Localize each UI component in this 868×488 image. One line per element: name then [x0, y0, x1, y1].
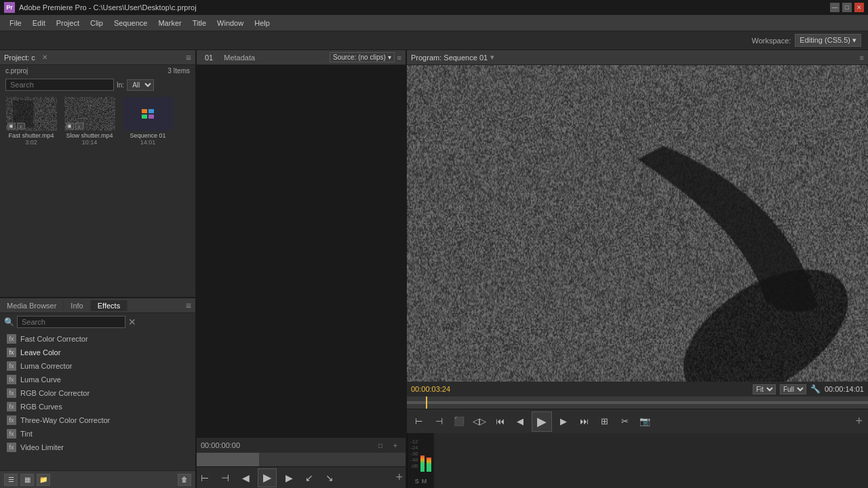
source-set-in-btn[interactable]: ⊢	[197, 470, 213, 486]
menu-window[interactable]: Window	[212, 18, 249, 28]
program-monitor-controls: ⊢ ⊣ ⬛ ◁▷ ⏮ ◀ ▶ ▶ ⏭ ⊞ ✂ 📷 +	[407, 409, 868, 433]
prog-add-button[interactable]: +	[855, 414, 865, 428]
menu-help[interactable]: Help	[249, 18, 275, 28]
effect-fast-color-corrector[interactable]: fx Fast Color Corrector	[0, 332, 195, 346]
clip-item-fast-shutter[interactable]: ▣ ♪ Fast shutter.mp4 3:02	[4, 97, 58, 293]
effect-luma-corrector[interactable]: fx Luma Corrector	[0, 359, 195, 373]
prog-set-in-btn[interactable]: ⊢	[410, 413, 427, 430]
effect-luma-curve[interactable]: fx Luma Curve	[0, 373, 195, 386]
prog-extract-btn[interactable]: ◁▷	[471, 413, 488, 430]
tab-effects[interactable]: Effects	[91, 300, 127, 311]
menu-sequence[interactable]: Sequence	[108, 18, 153, 28]
tab-media-browser[interactable]: Media Browser	[0, 300, 64, 311]
program-monitor-playbar[interactable]	[407, 396, 868, 409]
source-overwrite-btn[interactable]: ↘	[321, 470, 338, 486]
vol-mute-btn[interactable]: M	[422, 478, 427, 485]
video-icon-2: ▣	[66, 123, 74, 129]
prog-lift-btn[interactable]: ⬛	[450, 413, 468, 430]
prog-prev-btn[interactable]: ⏮	[491, 413, 509, 430]
menu-project[interactable]: Project	[51, 18, 85, 28]
program-monitor-panel: Program: Sequence 01 ▾ ≡ 00:00:03:24 Fit…	[407, 50, 868, 488]
prog-step-back-btn[interactable]: ◀	[511, 413, 529, 430]
effect-icon-9: fx	[7, 443, 16, 452]
effect-tint[interactable]: fx Tint	[0, 427, 195, 441]
minimize-button[interactable]: —	[830, 3, 840, 12]
prog-next-btn[interactable]: ⏭	[575, 413, 593, 430]
menu-marker[interactable]: Marker	[153, 18, 186, 28]
effects-search-clear[interactable]: ✕	[128, 317, 136, 327]
effects-delete-btn[interactable]: 🗑	[178, 474, 191, 486]
source-insert-btn[interactable]: ↙	[301, 470, 317, 486]
prog-split-btn[interactable]: ✂	[616, 413, 633, 430]
prog-camera-btn[interactable]: 📷	[636, 413, 654, 430]
effect-rgb-color-corrector[interactable]: fx RGB Color Corrector	[0, 386, 195, 400]
program-monitor-timecode: 00:00:03:24 Fit Full 🔧 00:00:14:01	[407, 382, 868, 396]
prog-play-button[interactable]: ▶	[532, 411, 552, 432]
effects-search-input[interactable]	[17, 316, 125, 328]
close-button[interactable]: ✕	[854, 3, 864, 12]
project-panel-menu[interactable]: ≡	[186, 52, 191, 63]
vol-tick-minus12: -12	[410, 439, 418, 445]
project-panel-close[interactable]: ✕	[42, 54, 47, 61]
effect-leave-color[interactable]: fx Leave Color	[0, 346, 195, 359]
menu-file[interactable]: File	[4, 18, 27, 28]
project-thumbnails: ▣ ♪ Fast shutter.mp4 3:02 ▣ ♪	[0, 93, 195, 297]
clip-duration-slow-shutter: 10:14	[82, 139, 98, 146]
clip-item-slow-shutter[interactable]: ▣ ♪ Slow shutter.mp4 10:14	[62, 97, 117, 293]
prog-set-out-btn[interactable]: ⊣	[430, 413, 448, 430]
source-play-button[interactable]: ▶	[258, 468, 277, 487]
menu-edit[interactable]: Edit	[27, 18, 51, 28]
program-quality-select[interactable]: Full	[780, 384, 806, 394]
window-controls[interactable]: — □ ✕	[830, 3, 864, 12]
effects-panel: Media Browser Info Effects ≡ 🔍 ✕ fx Fast…	[0, 298, 195, 488]
source-monitor-playbar[interactable]	[197, 453, 406, 466]
source-tc-icon-frame[interactable]: □	[374, 440, 387, 451]
wrench-icon[interactable]: 🔧	[810, 384, 821, 394]
project-search-input[interactable]	[5, 79, 114, 91]
maximize-button[interactable]: □	[842, 3, 852, 12]
clip-thumbnail-slow-shutter: ▣ ♪	[64, 97, 115, 131]
source-no-clips-dropdown[interactable]: Source: (no clips) ▾	[330, 52, 395, 62]
effects-new-bin-btn[interactable]: 📁	[37, 474, 50, 486]
clip-item-sequence01[interactable]: Sequence 01 14:01	[121, 97, 175, 293]
source-set-out-btn[interactable]: ⊣	[217, 470, 233, 486]
source-playbar-progress	[197, 453, 259, 466]
source-monitor-menu[interactable]: ≡	[397, 54, 401, 62]
vol-tick-minus48: -48	[410, 457, 418, 463]
vol-bar-right	[427, 458, 431, 472]
program-monitor-dropdown[interactable]: ▾	[490, 53, 494, 62]
effects-panel-menu[interactable]: ≡	[186, 300, 195, 311]
menu-clip[interactable]: Clip	[85, 18, 108, 28]
workspace-selector[interactable]: Editing (CS5.5) ▾	[795, 34, 861, 47]
effects-list-view-btn[interactable]: ☰	[4, 474, 18, 486]
menu-title[interactable]: Title	[187, 18, 212, 28]
vol-solo-btn[interactable]: S	[415, 478, 419, 485]
effects-tabs: Media Browser Info Effects ≡	[0, 298, 195, 313]
project-info: c.prproj 3 Items	[0, 65, 195, 77]
source-prev-frame-btn[interactable]: ◀	[237, 470, 254, 486]
effects-icon-view-btn[interactable]: ▦	[20, 474, 34, 486]
prog-step-fwd-btn[interactable]: ▶	[555, 413, 572, 430]
left-panel: Project: c ✕ ≡ c.prproj 3 Items In: All	[0, 50, 197, 488]
program-monitor-menu[interactable]: ≡	[860, 54, 864, 62]
source-tab-01[interactable]: 01	[201, 52, 217, 63]
source-tab-metadata[interactable]: Metadata	[220, 52, 259, 63]
clip-name-fast-shutter: Fast shutter.mp4	[8, 132, 54, 139]
workspace-label: Workspace:	[751, 37, 791, 45]
sequence-name: Sequence 01	[130, 132, 165, 139]
effect-rgb-curves[interactable]: fx RGB Curves	[0, 400, 195, 413]
effect-video-limiter[interactable]: fx Video Limiter	[0, 441, 195, 454]
project-in-select[interactable]: All	[127, 79, 154, 91]
sequence-icon	[142, 109, 154, 119]
workspace-bar: Workspace: Editing (CS5.5) ▾	[0, 31, 868, 50]
source-tc-icon-add[interactable]: +	[389, 440, 401, 451]
effect-three-way[interactable]: fx Three-Way Color Corrector	[0, 413, 195, 427]
source-next-frame-btn[interactable]: ▶	[281, 470, 297, 486]
tab-info[interactable]: Info	[64, 300, 90, 311]
source-monitor-panel: 01 Metadata Source: (no clips) ▾ ≡ 00:00…	[197, 50, 407, 488]
source-add-button[interactable]: +	[395, 470, 406, 485]
program-fit-select[interactable]: Fit	[753, 384, 776, 394]
program-monitor-header: Program: Sequence 01 ▾ ≡	[407, 50, 868, 65]
prog-trim-btn[interactable]: ⊞	[595, 413, 613, 430]
app-icon: Pr	[4, 2, 15, 13]
